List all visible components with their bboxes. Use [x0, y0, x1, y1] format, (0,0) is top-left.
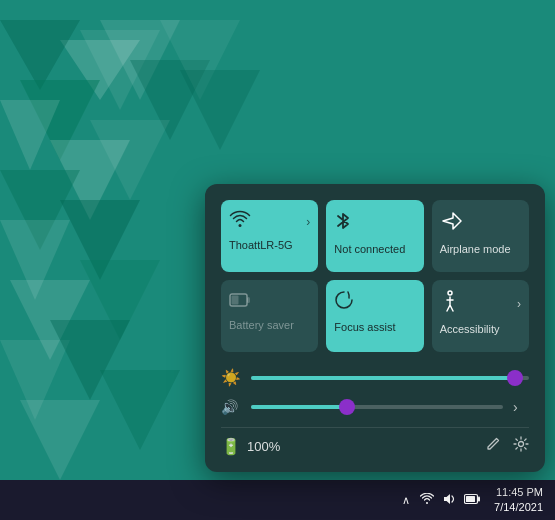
settings-icon[interactable]: [513, 436, 529, 456]
volume-slider-row: 🔊 ›: [221, 399, 529, 415]
volume-arrow-icon[interactable]: ›: [513, 399, 529, 415]
taskbar: ∧: [0, 480, 555, 520]
panel-bottom: 🔋 100%: [221, 427, 529, 456]
volume-slider[interactable]: [251, 405, 503, 409]
wifi-tile[interactable]: › ThoattLR-5G: [221, 200, 318, 272]
airplane-tile[interactable]: Airplane mode: [432, 200, 529, 272]
volume-taskbar-icon[interactable]: [442, 492, 456, 509]
battery-saver-icon: [229, 290, 251, 313]
accessibility-icon: [440, 290, 460, 317]
brightness-fill: [251, 376, 515, 380]
volume-thumb[interactable]: [339, 399, 355, 415]
taskbar-clock[interactable]: 11:45 PM 7/14/2021: [490, 483, 547, 518]
battery-status-icon: 🔋: [221, 437, 241, 456]
svg-marker-16: [20, 400, 100, 480]
wifi-label: ThoattLR-5G: [229, 239, 293, 252]
accessibility-chevron-icon: ›: [517, 297, 521, 311]
airplane-icon: [440, 210, 462, 237]
accessibility-label: Accessibility: [440, 323, 500, 336]
brightness-slider-row: ☀️: [221, 368, 529, 387]
battery-info: 🔋 100%: [221, 437, 280, 456]
svg-marker-19: [180, 70, 260, 150]
focus-assist-label: Focus assist: [334, 321, 395, 334]
brightness-icon: ☀️: [221, 368, 241, 387]
volume-fill: [251, 405, 347, 409]
battery-saver-label: Battery saver: [229, 319, 294, 332]
svg-marker-17: [100, 370, 180, 450]
taskbar-icons: [420, 492, 480, 509]
battery-percent: 100%: [247, 439, 280, 454]
brightness-thumb[interactable]: [507, 370, 523, 386]
taskbar-date-value: 7/14/2021: [494, 500, 543, 515]
bluetooth-icon: [334, 210, 352, 237]
svg-rect-26: [466, 496, 475, 502]
svg-rect-22: [247, 297, 250, 303]
svg-point-23: [448, 291, 452, 295]
focus-assist-tile[interactable]: Focus assist: [326, 280, 423, 352]
svg-point-24: [519, 442, 524, 447]
focus-assist-icon: [334, 290, 354, 315]
accessibility-tile[interactable]: › Accessibility: [432, 280, 529, 352]
battery-taskbar-icon[interactable]: [464, 492, 480, 508]
wifi-chevron-icon: ›: [306, 215, 310, 229]
bluetooth-tile[interactable]: Not connected: [326, 200, 423, 272]
brightness-slider[interactable]: [251, 376, 529, 380]
quick-settings-panel: › ThoattLR-5G Not connected: [205, 184, 545, 472]
svg-marker-1: [0, 20, 80, 90]
svg-rect-27: [478, 497, 480, 502]
volume-icon: 🔊: [221, 399, 241, 415]
tiles-grid: › ThoattLR-5G Not connected: [221, 200, 529, 352]
taskbar-time-value: 11:45 PM: [496, 485, 543, 500]
battery-saver-tile[interactable]: Battery saver: [221, 280, 318, 352]
svg-rect-21: [232, 296, 239, 305]
system-tray-chevron[interactable]: ∧: [402, 494, 410, 507]
panel-actions: [485, 436, 529, 456]
airplane-label: Airplane mode: [440, 243, 511, 256]
taskbar-right: ∧: [402, 483, 547, 518]
bluetooth-label: Not connected: [334, 243, 405, 256]
edit-icon[interactable]: [485, 436, 501, 456]
wifi-icon: [229, 210, 251, 233]
wifi-taskbar-icon[interactable]: [420, 492, 434, 508]
